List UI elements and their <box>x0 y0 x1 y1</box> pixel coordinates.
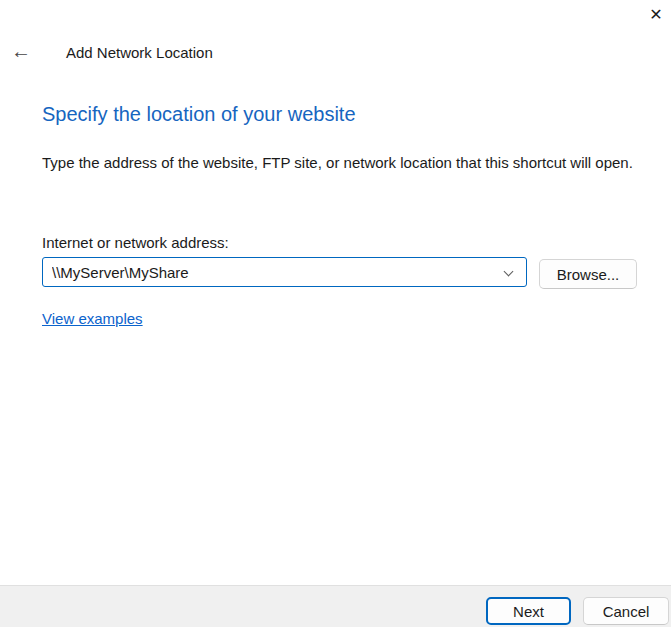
next-button[interactable]: Next <box>486 597 571 625</box>
cancel-button[interactable]: Cancel <box>583 597 669 625</box>
close-icon[interactable]: ✕ <box>642 2 670 26</box>
browse-button[interactable]: Browse... <box>539 259 637 289</box>
address-combobox[interactable] <box>42 257 527 287</box>
address-input[interactable] <box>43 258 526 286</box>
description-text: Type the address of the website, FTP sit… <box>42 154 633 171</box>
view-examples-link[interactable]: View examples <box>42 310 143 327</box>
back-arrow-icon[interactable]: ← <box>6 38 36 64</box>
chevron-down-icon[interactable] <box>505 268 513 276</box>
wizard-title: Add Network Location <box>66 44 213 61</box>
address-label: Internet or network address: <box>42 234 229 251</box>
page-heading: Specify the location of your website <box>42 103 356 126</box>
add-network-location-window: ✕ ← Add Network Location Specify the loc… <box>0 0 671 627</box>
